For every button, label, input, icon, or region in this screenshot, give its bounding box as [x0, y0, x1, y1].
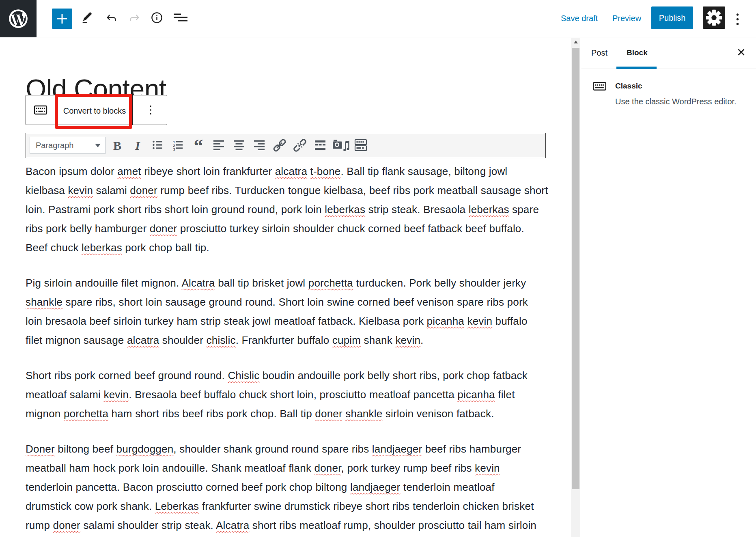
svg-text:“: “	[194, 136, 203, 156]
svg-text:3: 3	[173, 147, 175, 151]
svg-text:B: B	[113, 139, 121, 152]
svg-text:I: I	[135, 139, 140, 152]
